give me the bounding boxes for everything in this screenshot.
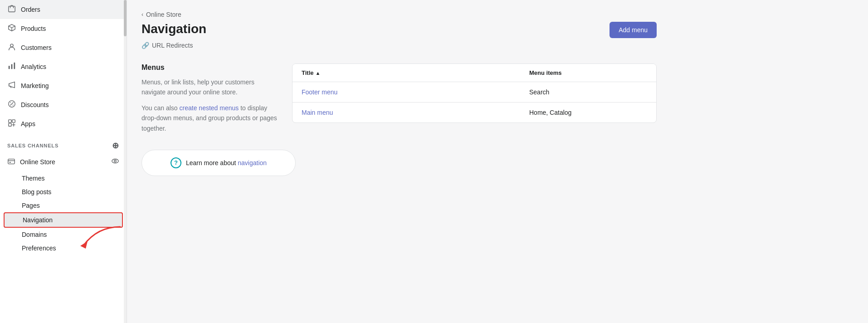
marketing-label: Marketing: [21, 82, 49, 89]
svg-rect-15: [9, 123, 11, 126]
footer-menu-link[interactable]: Footer menu: [302, 88, 529, 96]
svg-point-5: [10, 44, 13, 47]
menus-description: Menus Menus, or link lists, help your cu…: [141, 64, 278, 139]
svg-point-11: [10, 102, 11, 103]
menus-desc-2-prefix: You can also: [141, 104, 180, 112]
learn-more-text: Learn more about navigation: [186, 159, 267, 166]
scrollbar-track: [124, 0, 127, 323]
pages-label: Pages: [22, 202, 40, 209]
url-redirects-label: URL Redirects: [152, 42, 193, 49]
sort-arrow-icon: ▲: [316, 70, 321, 76]
online-store-icon: [7, 157, 15, 167]
link-icon: 🔗: [141, 42, 149, 49]
sidebar-item-discounts[interactable]: Discounts: [0, 95, 127, 114]
navigation-label: Navigation: [23, 216, 53, 224]
products-icon: [7, 24, 16, 34]
menus-desc-2: You can also create nested menus to disp…: [141, 103, 278, 133]
learn-more-box: ? Learn more about navigation: [141, 150, 296, 176]
svg-line-2: [9, 26, 12, 28]
menus-desc-1: Menus, or link lists, help your customer…: [141, 77, 278, 98]
orders-icon: [7, 5, 16, 15]
customers-icon: [7, 43, 16, 53]
themes-label: Themes: [22, 175, 45, 182]
table-row: Main menu Home, Catalog: [293, 103, 656, 122]
sidebar-item-online-store[interactable]: Online Store: [0, 152, 127, 171]
main-menu-items: Home, Catalog: [529, 109, 647, 116]
svg-rect-8: [14, 63, 15, 69]
svg-rect-6: [9, 66, 10, 69]
online-store-label: Online Store: [20, 158, 107, 166]
sales-channels-label: SALES CHANNELS: [7, 143, 59, 148]
sidebar-item-marketing[interactable]: Marketing: [0, 76, 127, 95]
sidebar-item-customers[interactable]: Customers: [0, 38, 127, 57]
preferences-label: Preferences: [22, 245, 56, 252]
orders-label: Orders: [21, 6, 40, 13]
svg-rect-14: [12, 120, 15, 122]
svg-rect-19: [10, 162, 11, 162]
breadcrumb[interactable]: ‹ Online Store: [141, 11, 657, 18]
create-nested-menus-link[interactable]: create nested menus: [180, 104, 239, 112]
page-header: Navigation Add menu: [141, 22, 657, 38]
breadcrumb-text: Online Store: [146, 11, 181, 18]
svg-point-12: [13, 105, 14, 106]
sidebar-sub-preferences[interactable]: Preferences: [0, 241, 127, 255]
svg-point-20: [112, 159, 118, 163]
scrollbar-thumb[interactable]: [124, 0, 127, 36]
question-icon: ?: [171, 157, 181, 168]
svg-rect-13: [9, 120, 11, 122]
content-area: Menus Menus, or link lists, help your cu…: [141, 64, 657, 139]
sales-channels-section: SALES CHANNELS ⊕: [0, 133, 127, 152]
page-title: Navigation: [141, 22, 206, 36]
discounts-label: Discounts: [21, 101, 49, 108]
main-content: ‹ Online Store Navigation Add menu 🔗 URL…: [127, 0, 868, 323]
analytics-icon: [7, 62, 16, 72]
table-col-items: Menu items: [529, 69, 647, 76]
marketing-icon: [7, 81, 16, 91]
sidebar-sub-pages[interactable]: Pages: [0, 199, 127, 212]
sidebar-item-orders[interactable]: Orders: [0, 0, 127, 19]
navigation-link[interactable]: navigation: [238, 159, 267, 166]
menus-table: Title ▲ Menu items Footer menu Search Ma…: [292, 64, 657, 123]
url-redirects-link[interactable]: 🔗 URL Redirects: [141, 42, 657, 49]
sidebar-item-analytics[interactable]: Analytics: [0, 57, 127, 76]
svg-rect-18: [8, 159, 15, 164]
table-row: Footer menu Search: [293, 82, 656, 103]
sidebar-item-apps[interactable]: Apps: [0, 114, 127, 133]
svg-rect-7: [11, 64, 13, 69]
products-label: Products: [21, 25, 46, 32]
apps-label: Apps: [21, 120, 35, 127]
sidebar-sub-themes[interactable]: Themes: [0, 171, 127, 185]
sidebar-sub-navigation[interactable]: Navigation: [4, 212, 123, 228]
sidebar-item-products[interactable]: Products: [0, 19, 127, 38]
svg-point-21: [114, 160, 117, 162]
apps-icon: [7, 119, 16, 129]
breadcrumb-chevron-icon: ‹: [141, 11, 143, 18]
sidebar: Orders Products Customers Analytics Mark…: [0, 0, 127, 323]
blog-posts-label: Blog posts: [22, 188, 51, 196]
menus-title: Menus: [141, 64, 278, 72]
domains-label: Domains: [22, 231, 47, 238]
svg-rect-0: [9, 6, 15, 12]
add-menu-button[interactable]: Add menu: [610, 22, 657, 38]
table-header: Title ▲ Menu items: [293, 64, 656, 82]
sidebar-sub-blog-posts[interactable]: Blog posts: [0, 185, 127, 199]
analytics-label: Analytics: [21, 63, 46, 70]
svg-line-3: [12, 26, 15, 28]
customers-label: Customers: [21, 44, 52, 51]
footer-menu-items: Search: [529, 88, 647, 96]
table-col-title: Title ▲: [302, 69, 529, 76]
add-sales-channel-icon[interactable]: ⊕: [112, 141, 119, 151]
discounts-icon: [7, 100, 16, 110]
sidebar-sub-domains[interactable]: Domains: [0, 228, 127, 241]
main-menu-link[interactable]: Main menu: [302, 109, 529, 116]
eye-icon[interactable]: [111, 157, 119, 167]
